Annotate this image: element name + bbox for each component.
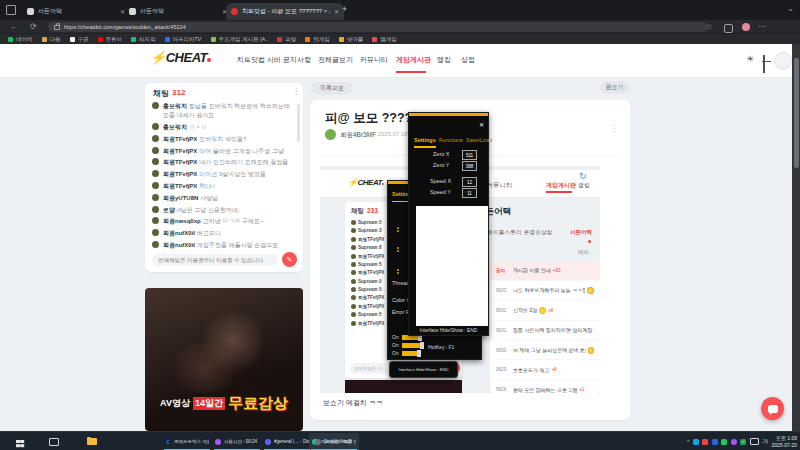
task-view-button[interactable] xyxy=(36,433,72,450)
browser-menu-icon[interactable]: ⋯ xyxy=(758,20,766,33)
inner-board-list: 공지게시판 이용 안내+63 9633나도 하루쓰게해주라 늘놀 ㅋㅋ정들 96… xyxy=(490,261,600,393)
author-name[interactable]: 회원4Br3MF xyxy=(340,131,376,140)
logo-dot xyxy=(207,58,211,62)
tray-icon-5[interactable] xyxy=(731,439,737,445)
post-menu-icon[interactable]: ⋮ xyxy=(610,124,618,133)
inner-board-row[interactable]: 9629보호모드가 뭐고+8 xyxy=(490,360,600,380)
discord-icon xyxy=(265,439,271,445)
field-value-speed-x[interactable]: 12 xyxy=(462,177,477,187)
refresh-button[interactable]: ⟳ xyxy=(30,20,37,33)
inner-site-logo: ⚡CHEAT xyxy=(348,178,384,187)
bookmark-netmarble[interactable]: 넷마블 xyxy=(339,36,364,43)
profile-avatar[interactable] xyxy=(742,23,750,31)
theme-toggle-sun-icon[interactable]: ☀ xyxy=(746,54,754,64)
bookmark-hangame[interactable]: 한게임 xyxy=(305,36,330,43)
support-chat-fab[interactable] xyxy=(761,397,784,420)
tab-close-icon[interactable]: ✕ xyxy=(334,8,339,15)
tray-chevron-icon[interactable]: ^ xyxy=(687,439,689,445)
clock-time: 오전 1:09 xyxy=(771,435,797,442)
tab-search-icon[interactable]: ⌄ xyxy=(787,4,794,13)
bookmark-pmang[interactable]: 피망 xyxy=(277,36,296,43)
bookmark-daum[interactable]: 다음 xyxy=(42,36,61,43)
nav-notice[interactable]: 공지사항 xyxy=(283,55,311,65)
bookmark-google[interactable]: 구글 xyxy=(70,36,89,43)
nav-ranking[interactable]: 랭킹 xyxy=(437,55,451,65)
inner-board-row[interactable]: 9633나도 하루쓰게해주라 늘놀 ㅋㅋ정들 xyxy=(490,281,600,301)
nav-all-posts[interactable]: 전체글보기 xyxy=(318,55,353,65)
menu-label-thread: Thread xyxy=(392,280,409,286)
tray-icon-2[interactable] xyxy=(702,439,708,445)
inner-chat-avatar xyxy=(351,254,356,259)
notification-bell-icon[interactable] xyxy=(763,55,765,73)
bookmark-naver[interactable]: 네이버 xyxy=(8,36,33,43)
nav-community[interactable]: 커뮤니티 xyxy=(360,55,388,65)
overlay-close-icon[interactable]: ✕ xyxy=(479,121,484,128)
site-logo[interactable]: ⚡CHEAT xyxy=(150,50,211,65)
chat-message-list[interactable]: 홍보워치찡님들 오버워치 핵쓴판에 핵쓰려는데 요즘 대세가 뭔가요 홍보워치ㅇ… xyxy=(152,102,294,252)
inner-board-row[interactable]: 9630저 제재 그냥 눌러싶은데 없네 흐즘은 xyxy=(490,341,600,361)
file-explorer-button[interactable] xyxy=(72,433,112,450)
user-avatar[interactable] xyxy=(774,52,792,70)
inner-board-row-notice[interactable]: 공지게시판 이용 안내+63 xyxy=(490,261,600,281)
browser-tab-2[interactable]: 서든어택 ✕ xyxy=(124,3,232,20)
bookmark-mgame[interactable]: 엠게임 xyxy=(372,36,397,43)
overlay-tab-saveload[interactable]: Save/Load xyxy=(466,137,492,143)
start-button[interactable] xyxy=(0,433,36,450)
browser-tab-3-active[interactable]: 치트닷컴 - 피@ 보모 ??????? > 서.. ✕ xyxy=(226,3,344,20)
field-value-zero-x[interactable]: 511 xyxy=(462,150,477,160)
inner-board-row[interactable]: 9631정품 서든어택 정지먹으면 명의계정 바디 xyxy=(490,321,600,341)
ime-indicator[interactable]: 가 xyxy=(762,438,768,445)
overlay-tab-underline xyxy=(414,146,436,148)
netmarble-icon xyxy=(339,37,344,42)
chat-avatar xyxy=(152,135,159,142)
overlay-tab-settings[interactable]: Settings xyxy=(414,137,436,143)
view-post-button[interactable]: 글보기 xyxy=(600,81,629,94)
ad-banner[interactable]: AV영상 14일간 무료감상 xyxy=(145,288,303,431)
bookmark-game-boards[interactable]: 주요게임 게시판 |A.. xyxy=(211,36,269,43)
field-value-speed-y[interactable]: 11 xyxy=(462,188,477,198)
chat-send-button[interactable]: ✎ xyxy=(282,252,297,267)
inner-chat-title: 채팅 xyxy=(351,207,364,216)
bookmark-afreecatv[interactable]: 아프리카TV xyxy=(165,36,202,43)
tray-icon-1[interactable] xyxy=(693,439,699,445)
page-scrollbar-track[interactable] xyxy=(792,44,800,431)
tray-monitor-icon[interactable] xyxy=(750,438,759,445)
bookmark-chzzk[interactable]: 치지직 xyxy=(131,36,156,43)
favorites-star-icon[interactable]: ☆ xyxy=(706,20,712,33)
nav-shop[interactable]: 상점 xyxy=(461,55,475,65)
chat-menu-icon[interactable]: ⋮ xyxy=(292,87,300,96)
cheat-overlay-window[interactable]: ✕ Settings Functions Save/Load Zero X 51… xyxy=(408,112,489,336)
menu-hotkey-label: HotKey : F1 xyxy=(428,344,454,350)
taskbar-app-discord[interactable]: #general | ... - Disc.. xyxy=(262,433,312,450)
taskbar-app-craftbox[interactable]: C 크래프트박스 게임.. xyxy=(162,433,212,450)
ad-caption: AV영상 14일간 무료감상 xyxy=(145,394,303,413)
bookmark-youtube[interactable]: 유튜브 xyxy=(98,36,123,43)
back-button[interactable]: ← xyxy=(10,20,18,33)
tray-icon-4[interactable] xyxy=(721,439,727,445)
chat-input[interactable] xyxy=(152,254,278,266)
address-bar[interactable]: https://cheatdot.com/games/sudden_attack… xyxy=(48,22,708,32)
menu-row-dots xyxy=(397,247,399,249)
nav-server[interactable]: 치트닷컴 서버 xyxy=(237,55,281,65)
new-tab-button[interactable]: + xyxy=(342,4,347,14)
browser-tab-1[interactable]: 서든어택 ✕ xyxy=(22,3,130,20)
taskbar-app-playtime[interactable]: 사용시간 : 00:24 xyxy=(212,433,262,450)
field-label-zero-y: Zero Y xyxy=(433,162,449,168)
post-body-text: 보쇼기 메걸치 ㅋㅋ xyxy=(323,398,383,408)
tray-icon-3[interactable] xyxy=(712,439,718,445)
page-scrollbar-thumb[interactable] xyxy=(794,58,799,168)
chat-avatar xyxy=(152,147,159,154)
screen: 서든어택 ✕ 서든어택 ✕ 치트닷컴 - 피@ 보모 ??????? > 서..… xyxy=(0,0,800,450)
inner-board-row[interactable]: 9632신작슈 2명+8 xyxy=(490,301,600,321)
extensions-puzzle-icon[interactable] xyxy=(724,24,733,33)
taskbar-clock[interactable]: 오전 1:09 2025-07-20 xyxy=(771,435,797,448)
field-value-zero-y[interactable]: 388 xyxy=(462,161,477,171)
overlay-tab-functions[interactable]: Functions xyxy=(439,137,463,143)
chat-scrollbar[interactable] xyxy=(297,104,300,142)
nav-game-board[interactable]: 게임게시판 xyxy=(396,55,431,65)
tray-shield-icon[interactable]: ✓ xyxy=(740,439,746,445)
taskbar-app-suddenattack[interactable]: SuddenAttack xyxy=(312,433,362,450)
inner-ad-strip xyxy=(345,380,462,393)
back-to-list-button[interactable]: 목록으로 xyxy=(311,82,353,95)
inner-board-row[interactable]: 9628현재 모든 판매하는 프로그램+1 xyxy=(490,380,600,393)
